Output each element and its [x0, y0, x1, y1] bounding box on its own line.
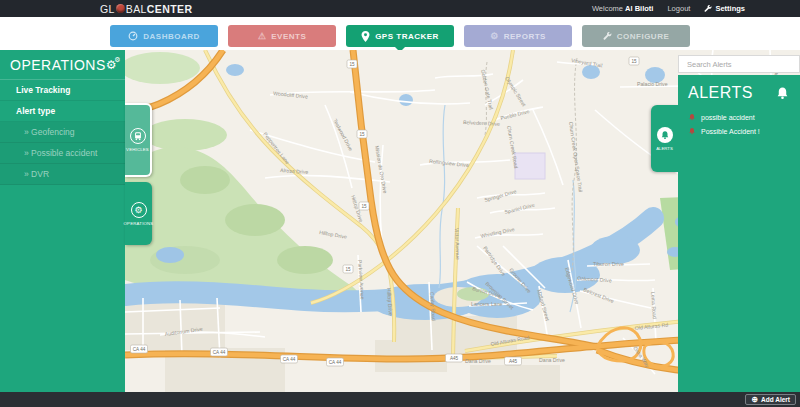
main-navigation: DASHBOARD ⚠ EVENTS GPS TRACKER ⚙ REPORTS… — [0, 17, 800, 50]
alerts-panel: ALERTS possible accident Possible Accide… — [678, 75, 800, 392]
svg-text:A45: A45 — [450, 356, 459, 361]
tab-events[interactable]: ⚠ EVENTS — [228, 25, 336, 47]
bell-icon — [657, 127, 673, 143]
bus-icon — [130, 128, 146, 144]
gear-icon: ⚙ — [131, 202, 147, 218]
operations-sidebar: OPERATIONS ⚙⚙ Live Tracking Alert type »… — [0, 50, 125, 392]
svg-text:15: 15 — [345, 267, 351, 272]
svg-text:CA 44: CA 44 — [213, 350, 226, 355]
globe-icon — [116, 4, 125, 13]
alerts-panel-header: ALERTS — [678, 75, 800, 110]
svg-text:CA 44: CA 44 — [133, 347, 146, 352]
content-area: OPERATIONS ⚙⚙ Live Tracking Alert type »… — [0, 50, 800, 392]
top-links: Welcome Al Biloti Logout Settings — [592, 0, 745, 17]
add-alert-label: Add Alert — [761, 396, 790, 403]
svg-text:15: 15 — [359, 132, 365, 137]
dashboard-icon — [128, 31, 138, 41]
svg-text:Lancers Lane: Lancers Lane — [471, 301, 503, 307]
menu-item-live-tracking[interactable]: Live Tracking — [0, 80, 125, 101]
svg-text:CA 44: CA 44 — [283, 357, 296, 362]
vehicles-tab-label: VEHICLES — [126, 147, 149, 152]
svg-text:A45: A45 — [509, 359, 518, 364]
gear-icon: ⚙ — [490, 32, 499, 41]
alert-list-item[interactable]: Possible Accident ! — [678, 124, 800, 138]
tab-reports[interactable]: ⚙ REPORTS — [464, 25, 572, 47]
tab-label: DASHBOARD — [143, 32, 200, 41]
search-alerts-input[interactable] — [678, 55, 800, 73]
top-header-bar: GLBALCENTER Welcome Al Biloti Logout Set… — [0, 0, 800, 17]
svg-text:15: 15 — [349, 62, 355, 67]
operations-title: OPERATIONS — [10, 57, 106, 73]
alerts-tab-label: ALERTS — [656, 146, 673, 151]
alerts-map-tab[interactable]: ALERTS — [651, 105, 678, 172]
svg-text:Tiburon Drive: Tiburon Drive — [593, 261, 624, 267]
operations-tab-label: OPERATIONS — [124, 221, 154, 226]
logo-text-mid: BAL — [126, 3, 147, 15]
operations-header: OPERATIONS ⚙⚙ — [0, 50, 125, 79]
svg-text:15: 15 — [631, 59, 637, 64]
tab-configure[interactable]: CONFIGURE — [582, 25, 690, 47]
svg-text:15: 15 — [361, 204, 367, 209]
menu-item-dvr[interactable]: » DVR — [0, 164, 125, 185]
tab-label: CONFIGURE — [617, 32, 670, 41]
tab-label: REPORTS — [504, 32, 546, 41]
alert-warning-icon — [688, 113, 696, 121]
tab-label: EVENTS — [271, 32, 306, 41]
bell-icon — [775, 86, 790, 100]
tab-dashboard[interactable]: DASHBOARD — [110, 25, 218, 47]
app-logo: GLBALCENTER — [100, 0, 192, 17]
svg-text:CA 44: CA 44 — [329, 360, 342, 365]
gears-icon: ⚙⚙ — [106, 59, 117, 71]
menu-item-geofencing[interactable]: » Geofencing — [0, 122, 125, 143]
right-column: ALERTS possible accident Possible Accide… — [678, 50, 800, 392]
svg-text:Victor Avenue: Victor Avenue — [454, 228, 461, 260]
plus-circle-icon: ⊕ — [751, 396, 758, 404]
tab-gps-tracker[interactable]: GPS TRACKER — [346, 25, 454, 47]
svg-text:Palacio Drive: Palacio Drive — [637, 81, 668, 87]
pin-icon — [361, 31, 370, 42]
menu-item-possible-accident[interactable]: » Possible accident — [0, 143, 125, 164]
menu-item-alert-type[interactable]: Alert type — [0, 101, 125, 122]
svg-text:Dana Drive: Dana Drive — [539, 357, 565, 363]
wrench-icon — [704, 5, 712, 13]
settings-link[interactable]: Settings — [704, 4, 745, 13]
username: Al Biloti — [625, 4, 653, 13]
alert-item-label: Possible Accident ! — [701, 128, 760, 135]
logo-text-left: GL — [100, 3, 115, 15]
wrench-icon — [603, 32, 612, 41]
alert-list-item[interactable]: possible accident — [678, 110, 800, 124]
add-alert-button[interactable]: ⊕ Add Alert — [745, 394, 796, 405]
welcome-text: Welcome Al Biloti — [592, 4, 654, 13]
bottom-bar: ⊕ Add Alert — [0, 392, 800, 407]
alert-item-label: possible accident — [701, 114, 755, 121]
warning-icon: ⚠ — [258, 32, 267, 41]
svg-text:Dana Drive: Dana Drive — [465, 358, 491, 364]
tab-label: GPS TRACKER — [375, 32, 439, 41]
vehicles-map-tab[interactable]: VEHICLES — [125, 103, 152, 177]
alerts-title: ALERTS — [688, 84, 753, 102]
alert-warning-icon — [688, 127, 696, 135]
logo-text-bold: CENTER — [147, 3, 193, 15]
logout-link[interactable]: Logout — [667, 4, 690, 13]
operations-menu: Live Tracking Alert type » Geofencing » … — [0, 79, 125, 185]
operations-map-tab[interactable]: ⚙ OPERATIONS — [125, 182, 152, 245]
